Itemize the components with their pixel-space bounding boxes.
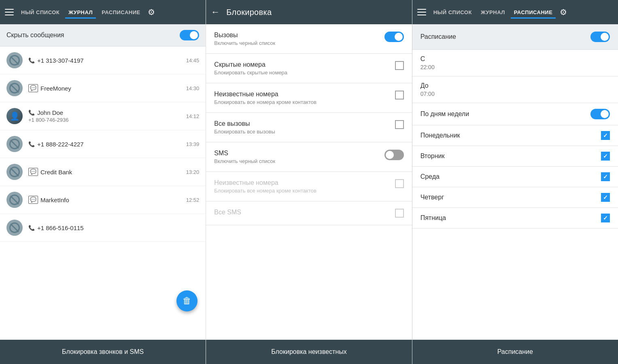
list-item-name: 📞 +1 888-222-4227	[28, 141, 181, 148]
nav-item-blacklist-p3[interactable]: НЫЙ СПИСОК	[430, 8, 475, 17]
panel1-nav: НЫЙ СПИСОК ЖУРНАЛ РАСПИСАНИЕ	[18, 8, 144, 17]
list-item[interactable]: 📞 +1 888-222-4227 13:39	[0, 130, 206, 158]
schedule-toggle-label: Расписание	[420, 33, 456, 40]
all-sms-title: Все SMS	[214, 209, 388, 216]
schedule-content: С 22:00 До 07:00 По дням недели Понедель…	[412, 50, 618, 340]
phone-icon: 📞	[28, 225, 35, 231]
monday-checkbox[interactable]	[601, 131, 610, 140]
block-icon	[6, 220, 23, 236]
hidden-numbers-text: Скрытые номера Блокировать скрытые номер…	[214, 61, 388, 76]
time-from-section[interactable]: С 22:00	[412, 50, 618, 76]
nav-item-schedule-p3[interactable]: РАСПИСАНИЕ	[511, 8, 556, 17]
list-item-name: 💬 MarketInfo	[28, 196, 181, 204]
blocked-list: 📞 +1 313-307-4197 14:45 💬 FreeMoney 14:3…	[0, 47, 206, 340]
list-item[interactable]: 💬 FreeMoney 14:30	[0, 74, 206, 102]
panel3-nav: НЫЙ СПИСОК ЖУРНАЛ РАСПИСАНИЕ	[430, 8, 556, 17]
unknown-numbers-sms-checkbox[interactable]	[395, 179, 404, 188]
unknown-numbers-sms-desc: Блокировать все номера кроме контактов	[214, 188, 388, 194]
wednesday-checkbox[interactable]	[601, 172, 610, 181]
day-friday-row: Пятница	[412, 208, 618, 229]
block-icon	[6, 136, 23, 152]
unknown-numbers-sms-title: Неизвестные номера	[214, 179, 388, 186]
sms-toggle-title: SMS	[214, 150, 378, 157]
block-icon	[6, 164, 23, 180]
tuesday-label: Вторник	[420, 152, 445, 160]
panel-blocking: ← Блокировка Вызовы Включить черный спис…	[206, 0, 412, 364]
back-icon[interactable]: ←	[211, 7, 220, 17]
unknown-numbers-sms-text: Неизвестные номера Блокировать все номер…	[214, 179, 388, 194]
friday-checkbox[interactable]	[601, 214, 610, 222]
list-item[interactable]: 📞 +1 866-516-0115	[0, 214, 206, 242]
phone-icon: 📞	[28, 141, 35, 147]
tuesday-checkbox[interactable]	[601, 152, 610, 161]
list-item-info: 💬 FreeMoney	[28, 84, 181, 92]
list-item[interactable]: 📞 +1 313-307-4197 14:45	[0, 47, 206, 74]
nav-item-schedule[interactable]: РАСПИСАНИЕ	[98, 8, 144, 17]
hide-messages-toggle[interactable]	[180, 30, 199, 40]
panel2-bottom-bar: Блокировка неизвестных	[206, 340, 412, 364]
hidden-numbers-checkbox[interactable]	[395, 61, 404, 70]
hidden-numbers-desc: Блокировать скрытые номера	[214, 70, 388, 76]
list-item[interactable]: 👤 📞 John Doe +1 800-746-2936 14:12	[0, 102, 206, 130]
nav-item-blacklist[interactable]: НЫЙ СПИСОК	[18, 8, 63, 17]
hamburger-icon[interactable]	[5, 9, 14, 15]
list-item[interactable]: 💬 MarketInfo 12:52	[0, 186, 206, 214]
sms-toggle[interactable]	[384, 150, 404, 160]
calls-toggle-section: Вызовы Включить черный список	[206, 24, 412, 54]
nav-item-journal[interactable]: ЖУРНАЛ	[65, 8, 96, 17]
gear-icon[interactable]: ⚙	[148, 7, 155, 17]
day-wednesday-row: Среда	[412, 167, 618, 187]
by-weekday-label: По дням недели	[420, 110, 469, 118]
gear-icon-p3[interactable]: ⚙	[560, 7, 567, 17]
unknown-numbers-calls-text: Неизвестные номера Блокировать все номер…	[214, 91, 388, 105]
list-item-name: 📞 John Doe	[28, 109, 181, 116]
unknown-numbers-calls-title: Неизвестные номера	[214, 91, 388, 98]
all-calls-checkbox[interactable]	[395, 120, 404, 129]
hide-messages-row: Скрыть сообщения	[0, 24, 206, 47]
list-item[interactable]: 💬 Credit Bank 13:20	[0, 158, 206, 186]
block-icon	[6, 192, 23, 208]
calls-toggle[interactable]	[384, 32, 404, 42]
list-item-name: 💬 Credit Bank	[28, 168, 181, 176]
all-sms-text: Все SMS	[214, 209, 388, 216]
list-item-info: 💬 MarketInfo	[28, 196, 181, 204]
panel1-bottom-bar: Блокировка звонков и SMS	[0, 340, 206, 364]
day-tuesday-row: Вторник	[412, 146, 618, 167]
schedule-toggle[interactable]	[590, 32, 610, 42]
list-item-name: 📞 +1 313-307-4197	[28, 57, 181, 64]
list-item-time: 14:30	[186, 85, 200, 91]
time-to-section[interactable]: До 07:00	[412, 76, 618, 103]
unknown-numbers-calls-checkbox[interactable]	[395, 91, 404, 99]
hamburger-icon-p3[interactable]	[417, 9, 426, 15]
thursday-checkbox[interactable]	[601, 193, 610, 202]
panel3-bottom-bar: Расписание	[412, 340, 618, 364]
day-monday-row: Понедельник	[412, 125, 618, 146]
hidden-numbers-section: Скрытые номера Блокировать скрытые номер…	[206, 54, 412, 83]
calls-toggle-title: Вызовы	[214, 32, 378, 39]
all-calls-section: Все вызовы Блокировать все вызовы	[206, 113, 412, 142]
blocking-content: Вызовы Включить черный список Скрытые но…	[206, 24, 412, 340]
fab-delete[interactable]: 🗑	[176, 290, 198, 311]
time-to-label: До	[420, 82, 610, 89]
list-item-time: 14:45	[186, 57, 200, 63]
all-sms-section: Все SMS	[206, 201, 412, 225]
panel3-header: НЫЙ СПИСОК ЖУРНАЛ РАСПИСАНИЕ ⚙	[412, 0, 618, 24]
monday-label: Понедельник	[420, 132, 460, 139]
all-sms-checkbox[interactable]	[395, 209, 404, 218]
panel2-header: ← Блокировка	[206, 0, 412, 24]
list-item-name: 📞 +1 866-516-0115	[28, 224, 193, 231]
list-item-time: 14:12	[186, 113, 200, 119]
unknown-numbers-sms-section: Неизвестные номера Блокировать все номер…	[206, 172, 412, 201]
nav-item-journal-p3[interactable]: ЖУРНАЛ	[478, 8, 508, 17]
block-icon	[6, 80, 23, 96]
sms-type-icon: 💬	[28, 196, 38, 204]
hidden-numbers-title: Скрытые номера	[214, 61, 388, 68]
unknown-numbers-calls-section: Неизвестные номера Блокировать все номер…	[206, 83, 412, 113]
phone-icon: 📞	[28, 57, 35, 63]
calls-toggle-text: Вызовы Включить черный список	[214, 32, 378, 46]
thursday-label: Четверг	[420, 194, 444, 201]
panel1-header: НЫЙ СПИСОК ЖУРНАЛ РАСПИСАНИЕ ⚙	[0, 0, 206, 24]
by-weekday-toggle[interactable]	[590, 109, 610, 119]
list-item-info: 📞 +1 888-222-4227	[28, 141, 181, 148]
calls-toggle-desc: Включить черный список	[214, 40, 378, 46]
